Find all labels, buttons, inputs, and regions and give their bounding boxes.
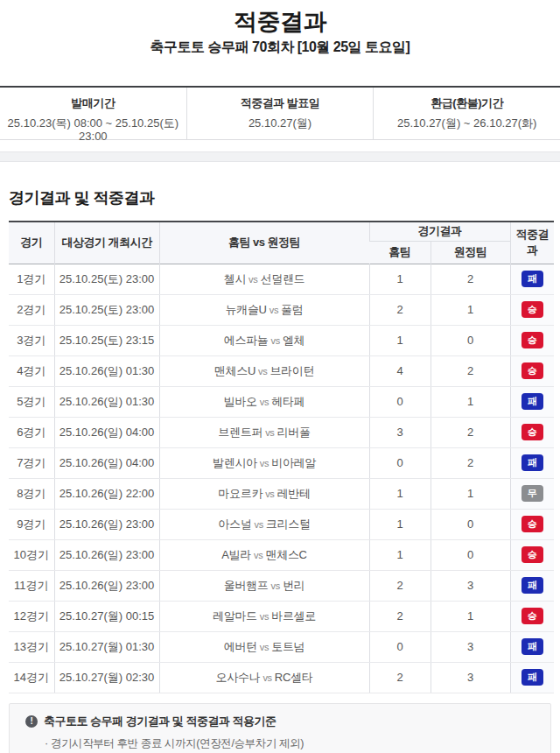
info-label: 적중결과 발표일 xyxy=(187,96,374,109)
time-cell: 25.10.26(일) 01:30 xyxy=(54,386,159,417)
col-header-away: 원정팀 xyxy=(430,241,510,264)
round-info-bar: 발매기간 25.10.23(목) 08:00 ~ 25.10.25(토) 23:… xyxy=(0,86,560,140)
away-team-name: 리버풀 xyxy=(277,426,311,439)
time-cell: 25.10.27(월) 01:30 xyxy=(54,631,159,662)
teams-cell: 마요르카vs레반테 xyxy=(159,478,369,509)
vs-label: vs xyxy=(269,581,283,591)
home-score-cell: 1 xyxy=(369,478,430,509)
vs-label: vs xyxy=(256,366,270,376)
footer-note: ! 축구토토 승무패 경기결과 및 적중결과 적용기준 · 경기시작부터 후반 … xyxy=(9,703,551,753)
home-score-cell: 2 xyxy=(369,294,430,325)
away-score-cell: 1 xyxy=(430,601,510,631)
page-title: 적중결과 xyxy=(0,9,560,35)
home-score-cell: 3 xyxy=(369,417,430,447)
game-cell: 1경기 xyxy=(9,264,54,294)
time-cell: 25.10.27(월) 00:15 xyxy=(54,601,159,631)
home-score-cell: 4 xyxy=(369,355,430,386)
result-badge: 승 xyxy=(522,332,543,348)
time-cell: 25.10.27(월) 02:30 xyxy=(54,662,159,693)
game-cell: 5경기 xyxy=(9,386,54,417)
teams-cell: 아스널vs크리스털 xyxy=(159,509,369,539)
vs-label: vs xyxy=(260,672,274,683)
home-score-cell: 2 xyxy=(369,662,430,693)
away-score-cell: 0 xyxy=(430,509,510,539)
home-score-cell: 2 xyxy=(369,601,430,631)
table-row: 7경기 25.10.26(일) 04:00 발렌시아vs비아레알 0 2 패 xyxy=(9,447,554,478)
info-value: 25.10.23(목) 08:00 ~ 25.10.25(토) 23:00 xyxy=(0,116,186,143)
teams-cell: A빌라vs맨체스C xyxy=(159,539,369,570)
table-row: 2경기 25.10.25(토) 23:00 뉴캐슬Uvs풀럼 2 1 승 xyxy=(9,294,554,325)
table-row: 9경기 25.10.26(일) 23:00 아스널vs크리스털 1 0 승 xyxy=(9,509,554,539)
result-badge: 무 xyxy=(522,485,543,502)
col-header-match-result: 경기결과 xyxy=(369,222,510,241)
away-team-name: 레반테 xyxy=(277,487,311,500)
hit-result-cell: 무 xyxy=(510,478,554,509)
time-cell: 25.10.26(일) 22:00 xyxy=(54,478,159,509)
result-badge: 승 xyxy=(522,301,543,318)
away-score-cell: 3 xyxy=(430,631,510,662)
away-team-name: 비아레알 xyxy=(271,456,316,469)
home-team-name: 오사수나 xyxy=(216,671,261,684)
result-badge: 승 xyxy=(522,516,543,532)
away-team-name: 엘체 xyxy=(283,334,304,347)
vs-label: vs xyxy=(262,427,276,438)
teams-cell: 뉴캐슬Uvs풀럼 xyxy=(159,294,369,325)
hit-result-cell: 승 xyxy=(510,417,554,447)
home-score-cell: 0 xyxy=(369,386,430,417)
section-divider xyxy=(0,151,560,162)
teams-cell: 오사수나vsRC셀타 xyxy=(159,662,369,693)
home-team-name: 첼시 xyxy=(224,272,246,285)
table-row: 13경기 25.10.27(월) 01:30 에버턴vs토트넘 0 3 패 xyxy=(9,631,554,662)
hit-result-cell: 승 xyxy=(510,539,554,570)
teams-cell: 첼시vs선덜랜드 xyxy=(159,264,369,294)
hit-result-cell: 승 xyxy=(510,601,554,631)
teams-cell: 레알마드vs바르셀로 xyxy=(159,601,369,631)
hit-result-cell: 패 xyxy=(510,662,554,693)
col-header-time: 대상경기 개최시간 xyxy=(54,222,159,264)
vs-label: vs xyxy=(246,274,260,285)
table-row: 12경기 25.10.27(월) 00:15 레알마드vs바르셀로 2 1 승 xyxy=(9,601,554,631)
section-title: 경기결과 및 적중결과 xyxy=(9,188,560,208)
home-team-name: 울버햄프 xyxy=(224,579,269,592)
hit-result-cell: 패 xyxy=(510,447,554,478)
vs-label: vs xyxy=(257,397,271,407)
vs-label: vs xyxy=(251,550,265,560)
away-score-cell: 1 xyxy=(430,386,510,417)
game-cell: 14경기 xyxy=(9,662,54,693)
result-badge: 패 xyxy=(522,454,543,471)
col-header-home: 홈팀 xyxy=(369,241,430,264)
result-badge: 패 xyxy=(522,638,543,655)
result-badge: 승 xyxy=(522,424,543,440)
vs-label: vs xyxy=(251,519,265,530)
away-score-cell: 0 xyxy=(430,325,510,355)
results-table: 경기 대상경기 개최시간 홈팀 vs 원정팀 경기결과 적중결과 홈팀 원정팀 … xyxy=(9,221,554,693)
vs-label: vs xyxy=(257,642,271,652)
info-icon: ! xyxy=(25,715,38,728)
results-table-header: 경기 대상경기 개최시간 홈팀 vs 원정팀 경기결과 적중결과 홈팀 원정팀 xyxy=(9,222,554,264)
away-score-cell: 3 xyxy=(430,662,510,693)
game-cell: 4경기 xyxy=(9,355,54,386)
info-item-announce-date: 적중결과 발표일 25.10.27(월) xyxy=(186,88,374,139)
hit-result-cell: 패 xyxy=(510,264,554,294)
home-team-name: 에스파뇰 xyxy=(224,334,269,347)
time-cell: 25.10.26(일) 04:00 xyxy=(54,417,159,447)
home-score-cell: 1 xyxy=(369,325,430,355)
table-row: 14경기 25.10.27(월) 02:30 오사수나vsRC셀타 2 3 패 xyxy=(9,662,554,693)
result-badge: 승 xyxy=(522,362,543,379)
table-row: 11경기 25.10.26(일) 23:00 울버햄프vs번리 2 3 패 xyxy=(9,570,554,601)
home-team-name: A빌라 xyxy=(221,548,251,561)
away-team-name: RC셀타 xyxy=(275,671,313,684)
hit-result-cell: 승 xyxy=(510,509,554,539)
home-score-cell: 1 xyxy=(369,264,430,294)
table-row: 4경기 25.10.26(일) 01:30 맨체스Uvs브라이턴 4 2 승 xyxy=(9,355,554,386)
time-cell: 25.10.25(토) 23:15 xyxy=(54,325,159,355)
time-cell: 25.10.25(토) 23:00 xyxy=(54,294,159,325)
hit-result-cell: 승 xyxy=(510,325,554,355)
footer-note-item: · 경기시작부터 후반 종료 시까지(연장전/승부차기 제외) xyxy=(45,736,538,751)
table-row: 3경기 25.10.25(토) 23:15 에스파뇰vs엘체 1 0 승 xyxy=(9,325,554,355)
table-row: 10경기 25.10.26(일) 23:00 A빌라vs맨체스C 1 0 승 xyxy=(9,539,554,570)
game-cell: 10경기 xyxy=(9,539,54,570)
game-cell: 2경기 xyxy=(9,294,54,325)
hit-result-cell: 패 xyxy=(510,570,554,601)
hit-result-cell: 패 xyxy=(510,386,554,417)
